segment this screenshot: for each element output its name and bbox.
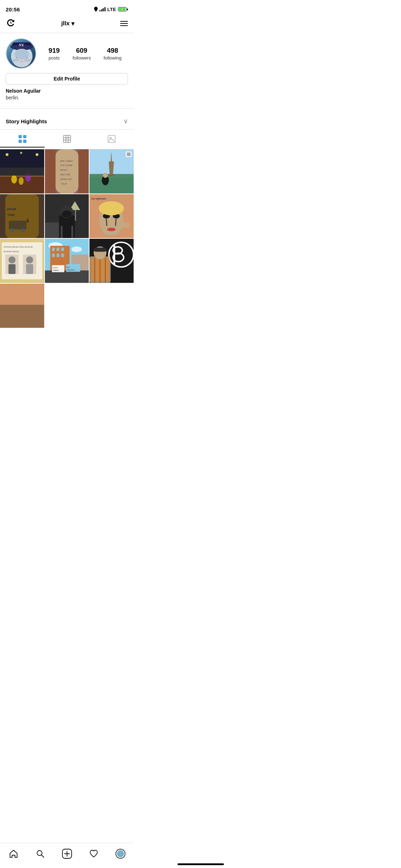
- tab-grid[interactable]: [0, 131, 45, 148]
- svg-rect-16: [19, 135, 22, 138]
- svg-point-97: [9, 257, 16, 264]
- profile-name: Nelson Aguilar: [6, 88, 128, 94]
- svg-point-8: [24, 55, 28, 58]
- post-tabs: [0, 130, 134, 149]
- svg-rect-34: [0, 149, 44, 167]
- following-count: 498: [107, 47, 118, 55]
- svg-rect-41: [78, 149, 89, 193]
- grid-item[interactable]: OFFICER MAKING FINAL RELEASE BOOKING IMA…: [0, 239, 44, 283]
- svg-rect-89: [119, 222, 130, 228]
- svg-point-66: [10, 228, 15, 233]
- followers-stat[interactable]: 609 followers: [72, 47, 91, 61]
- svg-text:PLAY: PLAY: [61, 182, 67, 185]
- svg-rect-72: [75, 210, 76, 221]
- svg-rect-76: [45, 222, 59, 238]
- svg-rect-23: [66, 135, 66, 143]
- svg-point-35: [6, 153, 9, 156]
- svg-text:BOOKING IMAGES: BOOKING IMAGES: [4, 251, 19, 253]
- svg-point-36: [36, 153, 38, 156]
- username-text: jllx: [61, 20, 70, 27]
- svg-rect-17: [23, 135, 26, 138]
- svg-text:ЧЭШ: ЧЭШ: [7, 213, 15, 217]
- followers-label: followers: [72, 55, 91, 61]
- svg-text:AND THE: AND THE: [60, 173, 70, 176]
- story-highlights: Story Highlights ∨: [0, 113, 134, 130]
- svg-rect-111: [56, 254, 59, 257]
- signal-bars: [99, 7, 106, 11]
- tab-reels[interactable]: [45, 131, 89, 148]
- history-button[interactable]: [6, 18, 16, 29]
- posts-stat[interactable]: 919 posts: [48, 47, 60, 61]
- svg-rect-110: [52, 254, 55, 257]
- profile-bio: berlin.: [6, 95, 128, 100]
- svg-rect-56: [127, 153, 130, 156]
- svg-point-32: [19, 177, 24, 185]
- svg-point-6: [12, 49, 32, 67]
- svg-point-104: [71, 247, 82, 252]
- profile-top: NY: [6, 38, 128, 69]
- story-highlights-label: Story Highlights: [6, 118, 47, 124]
- highlights-chevron[interactable]: ∨: [123, 117, 128, 125]
- svg-rect-33: [0, 167, 44, 176]
- svg-point-67: [21, 228, 25, 233]
- grid-item[interactable]: [89, 149, 134, 193]
- location-icon: [94, 7, 98, 12]
- svg-rect-29: [0, 176, 44, 176]
- divider-1: [0, 108, 134, 109]
- svg-point-26: [110, 137, 111, 139]
- status-bar: 20:56 LTE ⚡: [0, 0, 134, 16]
- grid-item[interactable]: my nightmare: [89, 194, 134, 238]
- svg-text:OFFICER MAKING FINAL RELEASE: OFFICER MAKING FINAL RELEASE: [4, 246, 33, 248]
- status-time: 20:56: [6, 6, 20, 12]
- svg-rect-39: [55, 149, 78, 193]
- svg-point-7: [16, 55, 19, 58]
- svg-rect-40: [45, 149, 56, 193]
- svg-rect-20: [63, 135, 71, 143]
- svg-text:YOU WERE: YOU WERE: [60, 164, 73, 166]
- reels-icon: [63, 135, 71, 143]
- svg-rect-78: [71, 226, 73, 238]
- grid-item[interactable]: THE CARDS YOU WERE DEALT AND THE HAND YO…: [45, 149, 89, 193]
- grid-icon: [18, 135, 27, 143]
- grid-item[interactable]: [0, 284, 44, 328]
- svg-rect-22: [63, 140, 71, 141]
- status-right: LTE ⚡: [94, 7, 128, 12]
- svg-rect-109: [61, 248, 64, 251]
- svg-point-87: [107, 228, 116, 231]
- tagged-icon: [107, 135, 116, 143]
- svg-rect-133: [0, 305, 44, 327]
- svg-rect-19: [23, 140, 26, 143]
- bottom-spacer: [0, 328, 134, 356]
- svg-rect-98: [9, 264, 16, 274]
- username-dropdown[interactable]: jllx ▾: [61, 20, 75, 27]
- followers-count: 609: [76, 47, 87, 55]
- hamburger-menu[interactable]: [120, 21, 128, 26]
- edit-profile-button[interactable]: Edit Profile: [6, 73, 128, 84]
- grid-item[interactable]: КPUM ЧЭШ 3: [0, 194, 44, 238]
- avatar[interactable]: NY: [6, 38, 36, 69]
- svg-text:my nightmare: my nightmare: [91, 197, 106, 200]
- profile-section: NY: [0, 33, 134, 104]
- following-stat[interactable]: 498 following: [103, 47, 122, 61]
- svg-rect-77: [61, 226, 62, 238]
- svg-point-88: [99, 201, 124, 215]
- following-label: following: [103, 55, 122, 61]
- grid-item[interactable]: POLICY CHANGE NOT THOUGHTS: [45, 239, 89, 283]
- grid-item[interactable]: [89, 239, 134, 283]
- grid-item[interactable]: [0, 149, 44, 193]
- svg-rect-131: [94, 248, 107, 252]
- svg-point-37: [20, 152, 22, 154]
- posts-count: 919: [48, 47, 60, 55]
- svg-rect-100: [26, 264, 33, 274]
- svg-point-30: [11, 175, 17, 184]
- tab-tagged[interactable]: [89, 131, 134, 148]
- svg-rect-113: [45, 270, 89, 283]
- svg-text:THE CARDS: THE CARDS: [60, 160, 73, 162]
- svg-point-9: [17, 55, 19, 57]
- reels-badge: [126, 151, 132, 157]
- posts-grid: THE CARDS YOU WERE DEALT AND THE HAND YO…: [0, 149, 134, 328]
- grid-item[interactable]: [45, 194, 89, 238]
- nav-bar: jllx ▾: [0, 16, 134, 33]
- svg-text:КPUM: КPUM: [7, 207, 16, 211]
- svg-text:NOT: NOT: [67, 267, 70, 268]
